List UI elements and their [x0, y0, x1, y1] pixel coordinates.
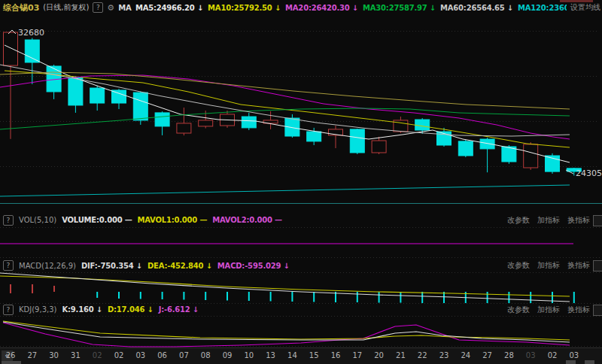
date-label: 14 — [287, 351, 297, 359]
ma-readout: MA20:26420.30 ↓ — [285, 4, 358, 12]
indicator-readout: DEA:-452.840 ↓ — [147, 262, 212, 270]
date-label: 08 — [201, 351, 211, 359]
date-axis-bar: « 26273031020203060708091013141516172021… — [0, 347, 602, 364]
date-label: 03 — [526, 351, 536, 359]
main-candlestick-pane[interactable] — [0, 15, 602, 212]
chart-mode-label: (日线,前复权) — [43, 2, 89, 13]
date-label: 23 — [439, 351, 449, 359]
symbol-title: 综合锡03 — [3, 2, 39, 14]
date-label: 06 — [157, 351, 167, 359]
date-label: 10 — [244, 351, 254, 359]
kdj-k-line — [3, 322, 570, 342]
indicator-readout: K:9.160 ↓ — [62, 305, 102, 314]
pane-link[interactable]: 加指标 — [537, 260, 560, 271]
scrollbar-corner-handle[interactable] — [585, 360, 594, 364]
scrollbar-left-handle[interactable] — [2, 361, 21, 364]
ma-group-label: MA — [118, 4, 132, 12]
date-label: 13 — [266, 351, 275, 359]
date-label: 30 — [49, 351, 59, 359]
scrollbar-right-handle[interactable] — [566, 360, 576, 364]
date-label: 24 — [461, 351, 470, 359]
kdj-pane-header: ?KDJ(9,3,3)K:9.160 ↓D:17.046 ↓J:-6.612 ↓… — [0, 303, 602, 316]
date-label: 20 — [374, 351, 384, 359]
macd-pane-links: 改参数加指标换指标 — [507, 260, 590, 271]
pane-link[interactable]: 换指标 — [567, 215, 590, 226]
kdj-d-line — [3, 321, 570, 340]
top-bar: 综合锡03 (日线,前复权) ? ⚙ MA MA5:24966.20 ↓MA10… — [0, 0, 602, 15]
indicator-readout: VOLUME:0.000 — — [62, 216, 132, 224]
kdj-pane-links: 改参数加指标换指标 — [507, 305, 590, 315]
date-label: 02 — [93, 351, 102, 359]
ma-readout: MA30:27587.97 ↓ — [363, 4, 436, 12]
date-label: 07 — [179, 351, 189, 359]
date-label: 03 — [569, 351, 579, 359]
macd-pane-header: ?MACD(12,26,9)DIF:-750.354 ↓DEA:-452.840… — [0, 259, 602, 272]
indicator-params-label: VOL(5,10) — [19, 216, 56, 224]
pane-link[interactable]: 换指标 — [567, 305, 590, 315]
indicator-readout: MACD:-595.029 ↓ — [217, 262, 290, 270]
pane-link[interactable]: 改参数 — [507, 260, 530, 271]
date-label: 02 — [114, 351, 124, 359]
pane-link[interactable]: 改参数 — [507, 215, 530, 226]
date-label: 03 — [135, 351, 145, 359]
pane-link[interactable]: 换指标 — [567, 260, 590, 271]
date-label: 27 — [482, 351, 492, 359]
indicator-params-label: KDJ(9,3,3) — [19, 305, 56, 314]
pane-link[interactable]: 加指标 — [537, 305, 560, 315]
vol-pane-header: ?VOL(5,10)VOLUME:0.000 —MAVOL1:0.000 —MA… — [0, 213, 602, 227]
help-icon[interactable]: ? — [3, 305, 14, 315]
date-label: 21 — [396, 351, 406, 359]
date-label: 09 — [223, 351, 233, 359]
date-label: 16 — [331, 351, 341, 359]
macd-dea-line — [0, 276, 570, 296]
clipped-button[interactable] — [593, 305, 602, 316]
ma-readout: MA10:25792.50 ↓ — [208, 4, 281, 12]
pane-link[interactable]: 加指标 — [537, 215, 560, 226]
date-label: 31 — [71, 351, 81, 359]
chart-app-window: 综合锡03 (日线,前复权) ? ⚙ MA MA5:24966.20 ↓MA10… — [0, 0, 602, 364]
help-icon[interactable]: ? — [3, 215, 14, 226]
indicator-readout: MAVOL2:0.000 — — [212, 216, 282, 224]
clipped-button[interactable] — [593, 215, 602, 226]
date-label: 15 — [309, 351, 319, 359]
date-label: 02 — [548, 351, 558, 359]
ma-readouts: MA5:24966.20 ↓MA10:25792.50 ↓MA20:26420.… — [135, 4, 602, 12]
indicator-readout: MAVOL1:0.000 — — [137, 216, 207, 224]
gear-icon[interactable]: ⚙ — [107, 3, 114, 13]
date-label: 27 — [27, 351, 37, 359]
pane-link[interactable]: 改参数 — [507, 305, 530, 315]
help-icon[interactable]: ? — [93, 2, 103, 13]
clipped-button[interactable] — [593, 260, 602, 271]
date-label: 22 — [418, 351, 427, 359]
indicator-readout: J:-6.612 ↓ — [159, 305, 199, 314]
date-label: 17 — [352, 351, 362, 359]
date-label: 26 — [6, 351, 16, 359]
indicator-readout: DIF:-750.354 ↓ — [81, 262, 142, 270]
vol-pane-links: 改参数加指标换指标 — [507, 215, 590, 226]
ma-readout: MA60:26564.65 ↓ — [440, 4, 513, 12]
kdj-j-line — [3, 323, 570, 347]
macd-dif-line — [0, 273, 570, 302]
indicator-params-label: MACD(12,26,9) — [19, 262, 76, 270]
ma-readout: MA5:24966.20 ↓ — [135, 4, 203, 12]
indicator-readout: D:17.046 ↓ — [108, 305, 154, 314]
ma-settings-button[interactable]: 设置均线 — [567, 0, 602, 15]
date-label: 28 — [504, 351, 514, 359]
top-right-marker — [560, 0, 593, 2]
help-icon[interactable]: ? — [3, 260, 14, 271]
